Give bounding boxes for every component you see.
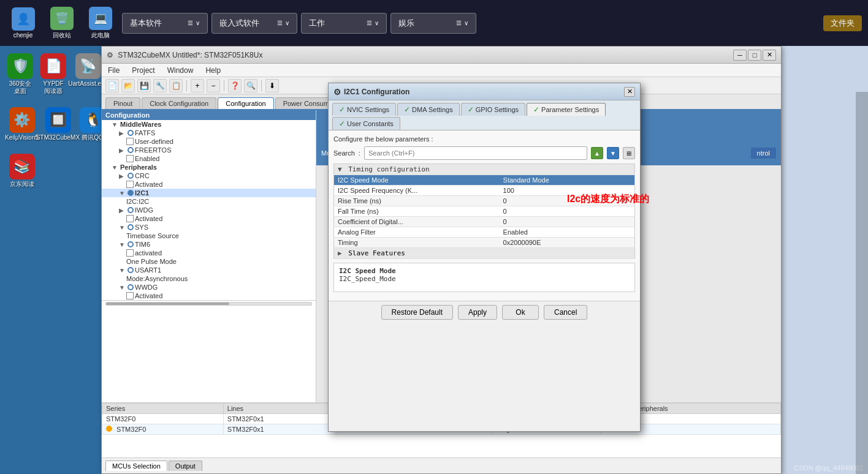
- search-prev-button[interactable]: ▲: [591, 147, 603, 159]
- stm32-menubar: File Project Window Help: [102, 64, 781, 77]
- tree-iwdg-activated[interactable]: Activated: [102, 214, 316, 223]
- menu-entertainment[interactable]: 娱乐 ☰∨: [390, 13, 476, 34]
- section-expand-icon: ▼: [338, 165, 342, 173]
- menu-project[interactable]: Project: [129, 65, 157, 76]
- maximize-button[interactable]: □: [748, 50, 761, 61]
- tree-usart1-mode: Mode:Asynchronous: [102, 274, 316, 283]
- menu-window[interactable]: Window: [165, 65, 196, 76]
- toolbar-plus[interactable]: +: [191, 79, 204, 92]
- tree-wwdg-activated[interactable]: Activated: [102, 292, 316, 300]
- param-row-speed-mode[interactable]: I2C Speed Mode Standard Mode: [334, 175, 635, 186]
- menu-work[interactable]: 工作 ☰∨: [301, 13, 387, 34]
- tree-wwdg[interactable]: ▼ WWDG: [102, 283, 316, 292]
- tree-middlewares: ▼ MiddleWares: [102, 120, 316, 129]
- tree-freertos[interactable]: ▶ FREERTOS: [102, 146, 316, 154]
- menu-basic-software[interactable]: 基本软件 ☰∨: [122, 13, 208, 34]
- tree-tim6-activated[interactable]: activated: [102, 249, 316, 257]
- toolbar-minus[interactable]: −: [207, 79, 220, 92]
- toolbar-btn1[interactable]: 🔧: [153, 79, 167, 92]
- restore-default-button[interactable]: Restore Default: [381, 305, 453, 320]
- tab-dma-settings[interactable]: ✓ DMA Settings: [397, 103, 460, 116]
- tree-sys-timebase: Timebase Source: [102, 231, 316, 240]
- info-title: I2C Speed Mode: [339, 267, 630, 275]
- tab-nvic-settings[interactable]: ✓ NVIC Settings: [332, 103, 396, 116]
- desktop-icon-jdread[interactable]: 📚 京东阅读: [5, 151, 39, 190]
- csdn-watermark: CSDN @qq_44949002: [794, 464, 863, 472]
- toolbar-btn5[interactable]: ⬇: [265, 79, 279, 92]
- tree-crc-activated[interactable]: Activated: [102, 180, 316, 189]
- desktop-icon-yypdf[interactable]: 📄 YYPDF阅读器: [38, 51, 69, 97]
- dialog-gear-icon: ⚙: [333, 87, 341, 97]
- search-input[interactable]: [364, 146, 587, 160]
- menu-bar: 基本软件 ☰∨ 嵌入式软件 ☰∨ 工作 ☰∨ 娱乐 ☰∨: [122, 13, 818, 34]
- i2c-dialog: ⚙ I2C1 Configuration ✕ ✓ NVIC Settings ✓…: [328, 83, 641, 432]
- param-row-analog[interactable]: Analog Filter Enabled: [334, 227, 635, 238]
- toolbar-separator3: [261, 80, 262, 91]
- toolbar-btn2[interactable]: 📋: [169, 79, 183, 92]
- toolbar-btn4[interactable]: 🔍: [244, 79, 257, 92]
- file-folder-button[interactable]: 文件夹: [823, 15, 862, 31]
- cancel-button[interactable]: Cancel: [544, 305, 587, 320]
- toolbar-open[interactable]: 📂: [121, 79, 135, 92]
- ok-button[interactable]: Ok: [502, 305, 539, 320]
- params-table: ▼ Timing configuration I2C Speed Mode St…: [333, 164, 635, 259]
- desktop-icon-uartassist[interactable]: 📡 UartAssist.exe: [71, 51, 105, 97]
- desktop-sidebar: 🛡️ 360安全桌面 📄 YYPDF阅读器 📡 UartAssist.exe ⚙…: [0, 46, 101, 474]
- dialog-subtitle: Configure the below parameters :: [333, 135, 635, 143]
- tree-iwdg[interactable]: ▶ IWDG: [102, 206, 316, 214]
- tree-i2c1[interactable]: ▼ I2C1: [102, 189, 316, 197]
- search-label: Search: [333, 149, 355, 157]
- param-row-fall[interactable]: Fall Time (ns) 0: [334, 206, 635, 217]
- control-button[interactable]: ntrol: [751, 148, 776, 159]
- grid-view-button[interactable]: ⊞: [623, 147, 635, 159]
- stm32-statusbar: MCUs Selection Output: [102, 457, 781, 473]
- desktop-icon-360[interactable]: 🛡️ 360安全桌面: [5, 51, 36, 97]
- desktop-icon-stm32[interactable]: 🔲 STM32CubeMX: [41, 105, 75, 144]
- taskbar: 👤 chenjie 🗑️ 回收站 💻 此电脑 基本软件 ☰∨ 嵌入式软件 ☰∨ …: [0, 0, 868, 46]
- param-info-box: I2C Speed Mode I2C_Speed_Mode: [333, 263, 635, 292]
- param-row-digital[interactable]: Coefficient of Digital... 0: [334, 217, 635, 227]
- param-row-freq[interactable]: I2C Speed Frequency (K... 100: [334, 186, 635, 196]
- tree-usart1[interactable]: ▼ USART1: [102, 266, 316, 274]
- toolbar-new[interactable]: 📄: [105, 79, 119, 92]
- tree-freertos-enabled[interactable]: Enabled: [102, 154, 316, 163]
- tab-user-constants[interactable]: ✓ User Constants: [332, 117, 400, 130]
- toolbar-separator: [186, 80, 187, 91]
- tab-pinout[interactable]: Pinout: [105, 97, 140, 109]
- taskbar-recycle[interactable]: 🗑️ 回收站: [45, 3, 78, 43]
- tab-configuration[interactable]: Configuration: [218, 97, 273, 109]
- tab-clock[interactable]: Clock Configuration: [142, 97, 216, 109]
- menu-file[interactable]: File: [105, 65, 122, 76]
- menu-embedded-software[interactable]: 嵌入式软件 ☰∨: [211, 13, 297, 34]
- tree-fatfs-user[interactable]: User-defined: [102, 137, 316, 146]
- toolbar-btn3[interactable]: ❓: [228, 79, 242, 92]
- col-series: Series: [102, 404, 224, 414]
- tab-parameter-settings[interactable]: ✓ Parameter Settings: [527, 103, 606, 116]
- apply-button[interactable]: Apply: [458, 305, 497, 320]
- search-next-button[interactable]: ▼: [607, 147, 619, 159]
- taskbar-pc[interactable]: 💻 此电脑: [83, 3, 117, 43]
- minimize-button[interactable]: ─: [733, 50, 747, 61]
- tree-i2c1-mode: I2C:I2C: [102, 197, 316, 206]
- menu-help[interactable]: Help: [203, 65, 223, 76]
- desktop-icon-keil[interactable]: ⚙️ KeilμVision5: [5, 105, 39, 144]
- stm32-window-title: ⚙ STM32CubeMX Untitled*: STM32F051K8Ux: [107, 51, 733, 59]
- dialog-close-button[interactable]: ✕: [624, 87, 635, 97]
- status-tab-output[interactable]: Output: [169, 461, 202, 471]
- tree-crc[interactable]: ▶ CRC: [102, 171, 316, 180]
- tree-sys[interactable]: ▼ SYS: [102, 223, 316, 231]
- taskbar-chenjie[interactable]: 👤 chenjie: [6, 3, 40, 43]
- toolbar-save[interactable]: 💾: [137, 79, 151, 92]
- param-row-rise[interactable]: Rise Time (ns) 0: [334, 196, 635, 206]
- tree-tim6[interactable]: ▼ TIM6: [102, 240, 316, 249]
- dialog-title: I2C1 Configuration: [344, 88, 624, 96]
- tab-gpio-settings[interactable]: ✓ GPIO Settings: [461, 103, 525, 116]
- dialog-tabs: ✓ NVIC Settings ✓ DMA Settings ✓ GPIO Se…: [329, 100, 640, 130]
- param-row-timing[interactable]: Timing 0x2000090E: [334, 238, 635, 248]
- tree-fatfs[interactable]: ▶ FATFS: [102, 129, 316, 137]
- slave-expand-icon: ▶: [338, 249, 342, 257]
- status-tab-mcu[interactable]: MCUs Selection: [105, 461, 167, 471]
- close-button[interactable]: ✕: [763, 50, 776, 61]
- col-lines: Lines: [223, 404, 336, 414]
- dialog-content: Configure the below parameters : Search …: [329, 130, 640, 301]
